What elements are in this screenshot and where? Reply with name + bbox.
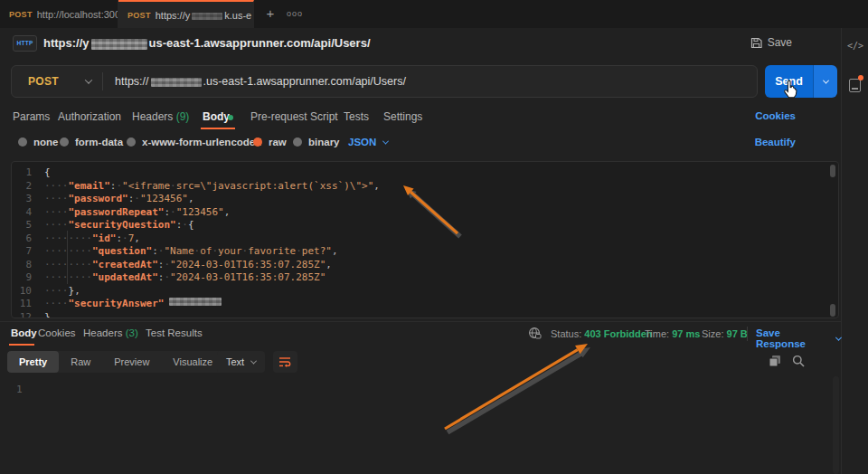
divider [102,72,103,90]
editor-scrollbar-mark [830,304,835,317]
code-line: 6········"id":·7, [17,232,838,246]
view-visualize[interactable]: Visualize [161,351,224,373]
response-line-number: 1 [16,384,23,395]
tab-options-button[interactable]: ooo [284,4,306,24]
wrap-lines-button[interactable] [273,351,297,373]
response-tab-test-results[interactable]: Test Results [146,327,203,338]
format-select[interactable]: JSON [348,137,388,147]
view-pretty[interactable]: Pretty [7,351,59,373]
send-options-button[interactable] [813,65,837,98]
tab-body[interactable]: Body [203,110,230,123]
body-content-dot-icon [228,115,233,120]
indent-guide [67,231,68,284]
redacted-text [192,13,222,20]
time-field: Time: 97 ms [645,328,700,339]
copy-icon[interactable] [769,355,781,367]
request-tab-awsapprunner[interactable]: POST https://yk.us-e [118,0,254,28]
redacted-text [253,13,254,20]
response-tab-headers[interactable]: Headers (3) [83,327,138,338]
status-value: 403 Forbidden [584,328,652,339]
code-line: 7········"question":·"Name·of·your·favor… [17,245,838,259]
request-body-lines: 1{2····"email":·"<iframe·src=\"javascrip… [17,166,838,318]
tab-pre-request-script[interactable]: Pre-request Script [250,110,338,123]
wrap-lines-icon [278,356,292,367]
radio-icon [293,137,302,147]
request-config-tabs: Params Authorization Headers (9) Body Pr… [0,107,841,128]
beautify-link[interactable]: Beautify [755,137,796,147]
response-scrollbar[interactable] [833,376,839,474]
redacted-text [151,78,202,87]
headers-count-badge: (9) [176,110,190,123]
cookies-link[interactable]: Cookies [755,110,796,121]
radio-binary[interactable]: binary [293,137,340,147]
code-line: 4····"passwordRepeat":·"123456", [17,206,838,220]
tab-url-label: https://yk.us-e [156,10,254,21]
response-tab-cookies[interactable]: Cookies [38,327,76,338]
response-tabs: Body Cookies Headers (3) Test Results St… [0,322,841,346]
request-tab-localhost[interactable]: POST http://localhost:3000/ap [0,0,118,28]
code-line: 11····"securityAnswer" [17,298,838,311]
send-button-group: Send [765,65,837,98]
radio-none[interactable]: none [18,137,58,147]
view-preview[interactable]: Preview [102,351,161,373]
method-select[interactable]: POST [28,66,59,97]
body-type-row: none form-data x-www-form-urlencoded raw… [0,134,841,154]
tab-method-label: POST [9,10,33,19]
save-button[interactable]: Save [750,36,792,49]
code-line: 3····"password":·"123456", [17,193,838,206]
response-format-select[interactable]: Text [217,351,265,373]
radio-icon [60,137,69,147]
size-field: Size: 97 B [702,328,748,339]
tab-authorization[interactable]: Authorization [58,110,121,123]
save-response-button[interactable]: Save Response [756,327,841,349]
code-line: 2····"email":·"<iframe·src=\"javascript:… [17,180,838,194]
response-headers-count-badge: (3) [126,327,138,338]
chevron-down-icon [250,357,257,364]
tab-settings[interactable]: Settings [383,110,422,123]
send-button[interactable]: Send [765,65,813,98]
radio-icon [127,137,136,147]
radio-form-data[interactable]: form-data [60,137,123,147]
code-line: 1{ [17,166,838,180]
response-tab-body[interactable]: Body [11,327,37,338]
chevron-down-icon [382,137,389,144]
request-body-editor[interactable]: 1{2····"email":·"<iframe·src=\"javascrip… [11,161,839,318]
tab-params[interactable]: Params [13,110,50,123]
tab-headers[interactable]: Headers (9) [132,110,189,123]
request-header: HTTP https://yus-east-1.awsapprunner.com… [0,28,841,60]
radio-icon [18,137,27,147]
view-mode-control: Pretty Raw Preview Visualize [7,351,224,373]
method-chevron-down-icon [85,76,92,83]
url-bar: POST https://.us-east-1.awsapprunner.com… [11,65,758,98]
postman-app-window: POST http://localhost:3000/ap POST https… [0,0,868,474]
view-raw[interactable]: Raw [59,351,102,373]
search-icon[interactable] [792,355,805,367]
request-title: https://yus-east-1.awsapprunner.com/api/… [43,36,371,50]
radio-x-www-form-urlencoded[interactable]: x-www-form-urlencoded [127,137,261,147]
new-tab-button[interactable]: + [260,4,280,24]
code-snippet-icon[interactable]: </> [842,41,868,51]
redacted-text [169,298,222,306]
response-view-row: Pretty Raw Preview Visualize Text [0,351,841,373]
radio-icon-selected [253,137,262,147]
tab-tests[interactable]: Tests [344,110,369,123]
tab-url-label: http://localhost:3000/ap [37,9,118,20]
code-line: 5····"securityQuestion":·{ [17,219,838,232]
radio-raw[interactable]: raw [253,137,287,147]
request-tab-bar: POST http://localhost:3000/ap POST https… [0,0,868,28]
divider [747,327,748,341]
http-method-badge-icon: HTTP [13,35,37,52]
chevron-down-icon [822,77,828,83]
editor-scrollbar-thumb[interactable] [830,165,835,177]
save-label: Save [768,36,792,49]
documentation-icon[interactable] [849,79,861,92]
code-line: 8········"createdAt":·"2024-03-01T16:35:… [17,259,838,272]
active-tab-underline [201,128,235,129]
network-globe-icon [528,327,542,340]
url-input[interactable]: https://.us-east-1.awsapprunner.com/api/… [115,66,406,97]
active-tab-underline [9,344,34,346]
status-field: Status: 403 Forbidden [551,328,653,339]
response-body-editor[interactable]: 1 [11,376,839,474]
floppy-save-icon [750,37,762,49]
tab-method-label: POST [127,11,151,20]
